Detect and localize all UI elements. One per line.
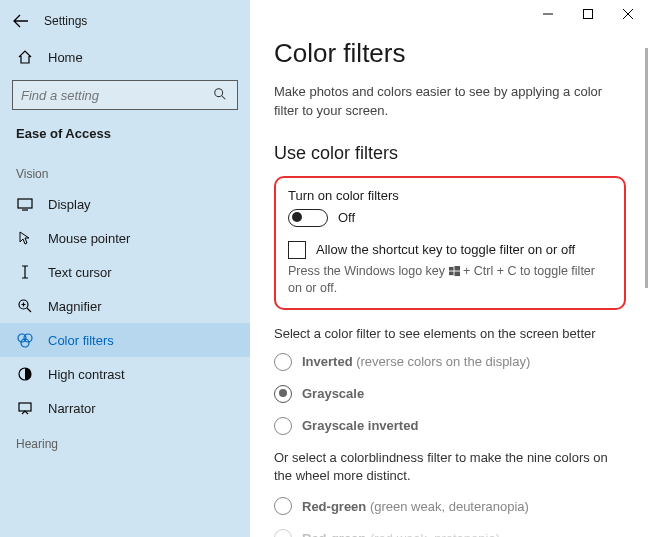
- radio-label: Red-green (red weak, protanopia): [302, 531, 500, 537]
- radio-red-green-deuteranopia[interactable]: Red-green (green weak, deuteranopia): [274, 497, 626, 515]
- page-title: Color filters: [274, 38, 626, 69]
- radio-red-green-protanopia[interactable]: Red-green (red weak, protanopia): [274, 529, 626, 537]
- category-label: Ease of Access: [0, 120, 250, 155]
- radio-label: Inverted (reverse colors on the display): [302, 354, 530, 369]
- sidebar-item-label: Mouse pointer: [48, 231, 130, 246]
- page-description: Make photos and colors easier to see by …: [274, 83, 626, 121]
- home-icon: [16, 48, 34, 66]
- high-contrast-icon: [16, 365, 34, 383]
- sidebar-item-magnifier[interactable]: Magnifier: [0, 289, 250, 323]
- sidebar-item-label: Display: [48, 197, 91, 212]
- radio-button[interactable]: [274, 385, 292, 403]
- shortcut-checkbox[interactable]: [288, 241, 306, 259]
- color-filters-icon: [16, 331, 34, 349]
- narrator-icon: [16, 399, 34, 417]
- sidebar-item-high-contrast[interactable]: High contrast: [0, 357, 250, 391]
- filter-select-label: Select a color filter to see elements on…: [274, 326, 626, 341]
- shortcut-checkbox-label: Allow the shortcut key to toggle filter …: [316, 242, 575, 257]
- sidebar-item-display[interactable]: Display: [0, 187, 250, 221]
- radio-grayscale[interactable]: Grayscale: [274, 385, 626, 403]
- group-hearing: Hearing: [0, 425, 250, 457]
- highlighted-section: Turn on color filters Off Allow the shor…: [274, 176, 626, 310]
- app-title: Settings: [44, 14, 87, 28]
- radio-label: Grayscale inverted: [302, 418, 418, 433]
- search-field[interactable]: [21, 88, 213, 103]
- text-cursor-icon: [16, 263, 34, 281]
- svg-rect-1: [18, 199, 32, 208]
- radio-button[interactable]: [274, 529, 292, 537]
- svg-rect-7: [19, 403, 31, 411]
- radio-button[interactable]: [274, 497, 292, 515]
- close-button[interactable]: [608, 0, 648, 28]
- radio-button[interactable]: [274, 353, 292, 371]
- radio-button[interactable]: [274, 417, 292, 435]
- sidebar-item-label: Narrator: [48, 401, 96, 416]
- maximize-button[interactable]: [568, 0, 608, 28]
- sidebar-item-text-cursor[interactable]: Text cursor: [0, 255, 250, 289]
- radio-label: Grayscale: [302, 386, 364, 401]
- display-icon: [16, 195, 34, 213]
- radio-inverted[interactable]: Inverted (reverse colors on the display): [274, 353, 626, 371]
- toggle-state: Off: [338, 210, 355, 225]
- group-vision: Vision: [0, 155, 250, 187]
- sidebar-item-label: Color filters: [48, 333, 114, 348]
- section-heading: Use color filters: [274, 143, 626, 164]
- svg-rect-9: [449, 267, 454, 271]
- radio-label: Red-green (green weak, deuteranopia): [302, 499, 529, 514]
- main-content: Color filters Make photos and colors eas…: [250, 0, 648, 537]
- sidebar-home-label: Home: [48, 50, 83, 65]
- shortcut-hint: Press the Windows logo key + Ctrl + C to…: [288, 263, 612, 298]
- svg-rect-11: [449, 271, 454, 275]
- sidebar: Settings Home Ease of Access Vision Disp…: [0, 0, 250, 537]
- windows-key-icon: [449, 266, 460, 277]
- sidebar-item-narrator[interactable]: Narrator: [0, 391, 250, 425]
- minimize-button[interactable]: [528, 0, 568, 28]
- radio-grayscale-inverted[interactable]: Grayscale inverted: [274, 417, 626, 435]
- sidebar-item-label: Text cursor: [48, 265, 112, 280]
- svg-rect-8: [584, 10, 593, 19]
- svg-point-0: [215, 89, 223, 97]
- search-icon: [213, 87, 229, 103]
- search-input[interactable]: [12, 80, 238, 110]
- magnifier-icon: [16, 297, 34, 315]
- sidebar-item-label: Magnifier: [48, 299, 101, 314]
- color-filters-toggle[interactable]: [288, 209, 328, 227]
- sidebar-item-label: High contrast: [48, 367, 125, 382]
- sidebar-item-mouse-pointer[interactable]: Mouse pointer: [0, 221, 250, 255]
- back-button[interactable]: [12, 12, 30, 30]
- toggle-label: Turn on color filters: [288, 188, 612, 203]
- colorblind-intro: Or select a colorblindness filter to mak…: [274, 449, 626, 485]
- sidebar-home[interactable]: Home: [0, 40, 250, 74]
- pointer-icon: [16, 229, 34, 247]
- sidebar-item-color-filters[interactable]: Color filters: [0, 323, 250, 357]
